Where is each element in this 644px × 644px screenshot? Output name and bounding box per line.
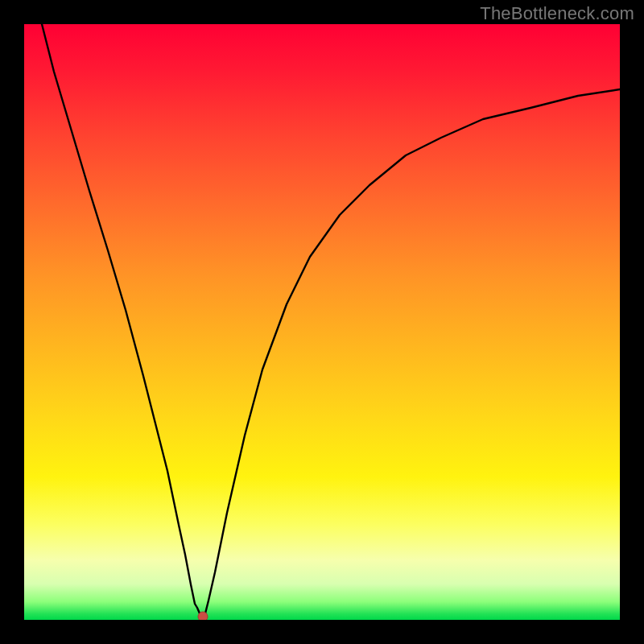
chart-svg (24, 24, 620, 620)
bottleneck-curve (42, 24, 620, 620)
minimum-marker (198, 612, 208, 620)
chart-frame: TheBottleneck.com (0, 0, 644, 644)
plot-area (24, 24, 620, 620)
watermark-text: TheBottleneck.com (480, 3, 634, 24)
